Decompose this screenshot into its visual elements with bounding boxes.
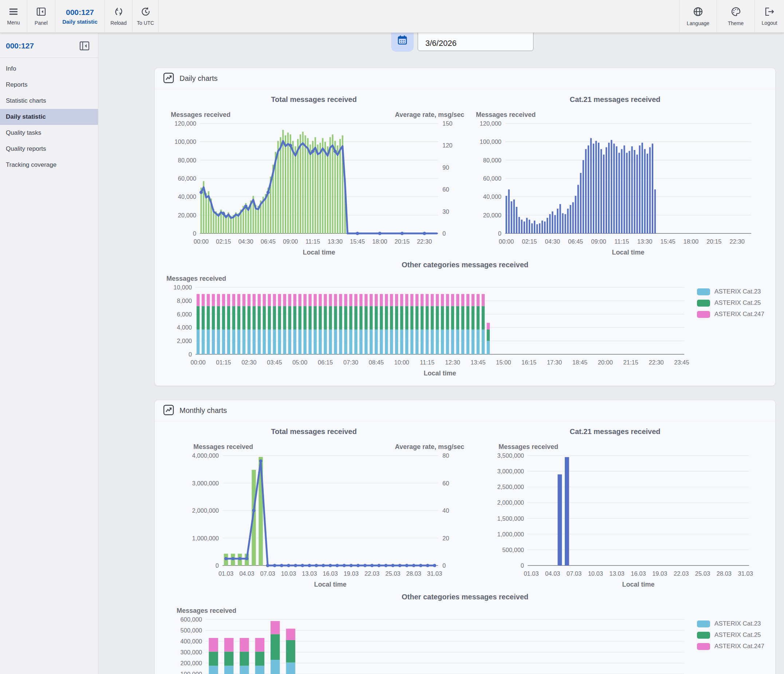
svg-text:100,000: 100,000 [174,139,196,145]
globe-icon [692,6,703,19]
menu-button[interactable]: Menu [0,0,27,33]
svg-text:4,000: 4,000 [177,324,192,331]
svg-text:0: 0 [216,562,219,569]
reload-button[interactable]: Reload [105,0,132,33]
svg-text:01.03: 01.03 [524,570,538,577]
toolbar-right-group: Language Theme Logout [679,0,784,33]
legend-swatch [697,288,710,295]
svg-text:22:30: 22:30 [649,359,663,366]
svg-text:25.03: 25.03 [695,570,710,577]
svg-text:60: 60 [442,480,449,486]
sidebar-item-info[interactable]: Info [0,61,98,77]
svg-text:20,000: 20,000 [483,212,501,218]
svg-text:10.03: 10.03 [281,570,296,577]
legend-item[interactable]: ASTERIX Cat.23 [697,288,764,295]
svg-text:02:15: 02:15 [522,238,537,245]
to-utc-button[interactable]: To UTC [132,0,159,33]
monthly-other-legend: ASTERIX Cat.23ASTERIX Cat.25ASTERIX Cat.… [697,620,764,650]
calendar-button[interactable] [391,33,414,52]
chart-daily-cat21-plot: 020,00040,00060,00080,000100,000120,000M… [467,105,764,257]
chart-monthly-total: Total messages received 01,000,0002,000,… [161,426,467,591]
language-button[interactable]: Language [679,0,717,33]
theme-label: Theme [728,20,744,26]
legend-label: ASTERIX Cat.25 [714,299,761,307]
svg-text:13:30: 13:30 [637,238,652,245]
svg-text:60: 60 [442,186,449,193]
chart-daily-other-title: Other categories messages received [161,259,769,271]
svg-text:13.03: 13.03 [610,570,624,577]
sidebar-item-tracking-coverage[interactable]: Tracking coverage [0,157,98,173]
legend-label: ASTERIX Cat.247 [714,311,764,318]
svg-text:06:45: 06:45 [568,238,583,245]
svg-text:22.03: 22.03 [364,570,380,577]
svg-text:300,000: 300,000 [180,649,202,655]
sidebar-item-quality-reports[interactable]: Quality reports [0,141,98,157]
svg-text:Messages received: Messages received [171,111,230,118]
svg-text:150: 150 [442,120,453,127]
sidebar-item-reports[interactable]: Reports [0,77,98,93]
chart-daily-cat21-title: Cat.21 messages received [467,93,764,105]
svg-text:1,000,000: 1,000,000 [192,535,219,542]
monthly-charts-title: Monthly charts [179,406,227,415]
daily-charts-title: Daily charts [179,74,218,82]
svg-text:15:45: 15:45 [660,238,675,245]
svg-text:60,000: 60,000 [483,175,501,182]
svg-text:20:15: 20:15 [395,238,410,245]
svg-text:31.03: 31.03 [427,570,442,577]
svg-text:60,000: 60,000 [178,175,196,182]
svg-text:3,000,000: 3,000,000 [192,480,219,486]
logout-button[interactable]: Logout [754,0,784,33]
svg-text:18:00: 18:00 [683,238,698,245]
legend-item[interactable]: ASTERIX Cat.247 [697,311,764,318]
active-station-tab[interactable]: 000:127 Daily statistic [55,0,105,33]
theme-button[interactable]: Theme [717,0,754,33]
svg-text:Messages received: Messages received [193,443,253,450]
svg-text:00:00: 00:00 [194,238,208,245]
svg-text:23:45: 23:45 [674,359,689,366]
svg-text:40: 40 [442,507,449,514]
date-input[interactable] [418,33,534,51]
svg-text:15:45: 15:45 [350,238,365,245]
svg-text:02:30: 02:30 [241,359,257,366]
svg-text:90: 90 [442,164,449,171]
legend-swatch [697,300,710,307]
chart-card-icon [163,404,174,417]
legend-item[interactable]: ASTERIX Cat.23 [697,620,764,627]
sidebar-divider [0,58,98,58]
svg-text:80,000: 80,000 [483,157,501,163]
svg-text:04:30: 04:30 [238,238,253,245]
legend-item[interactable]: ASTERIX Cat.247 [697,643,764,650]
svg-text:05:00: 05:00 [292,359,307,366]
monthly-charts-header: Monthly charts [155,400,775,421]
panel-button[interactable]: Panel [27,0,55,33]
legend-swatch [697,632,710,639]
sidebar-item-statistic-charts[interactable]: Statistic charts [0,93,98,109]
sidebar-item-quality-tasks[interactable]: Quality tasks [0,125,98,141]
svg-text:120,000: 120,000 [479,120,501,127]
legend-item[interactable]: ASTERIX Cat.25 [697,299,764,307]
collapse-sidebar-button[interactable] [78,40,91,52]
svg-text:120,000: 120,000 [174,120,196,127]
logout-icon [764,6,775,18]
svg-text:Local time: Local time [612,249,644,256]
svg-text:10.03: 10.03 [588,570,603,577]
svg-text:13:45: 13:45 [470,359,485,366]
svg-text:3,500,000: 3,500,000 [498,452,524,459]
legend-label: ASTERIX Cat.25 [714,631,761,639]
svg-text:01.03: 01.03 [218,570,233,577]
svg-text:17:30: 17:30 [547,359,562,366]
toolbar-spacer [159,0,679,33]
svg-text:2,000: 2,000 [177,338,192,344]
svg-text:12:30: 12:30 [445,359,460,366]
svg-text:04.03: 04.03 [239,570,254,577]
svg-text:13:30: 13:30 [328,238,343,245]
legend-item[interactable]: ASTERIX Cat.25 [697,631,764,639]
svg-text:16.03: 16.03 [631,570,646,577]
sidebar-item-daily-statistic[interactable]: Daily statistic [0,109,98,125]
svg-text:4,000,000: 4,000,000 [192,452,219,459]
svg-text:07.03: 07.03 [566,570,582,577]
svg-text:13.03: 13.03 [302,570,317,577]
svg-text:21:15: 21:15 [624,359,638,366]
legend-swatch [697,311,710,318]
chart-card-icon [163,72,174,85]
